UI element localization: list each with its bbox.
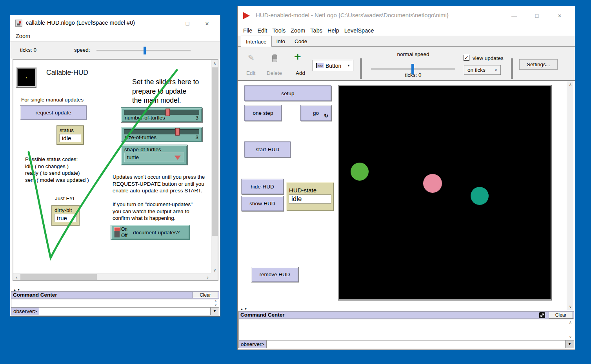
close-button[interactable]: × (548, 13, 571, 20)
tab-interface[interactable]: Interface (241, 36, 272, 47)
maximize-button[interactable]: □ (526, 13, 548, 20)
chooser-arrow-icon (175, 156, 181, 160)
minimize-button[interactable]: — (158, 20, 178, 27)
switch-off-label: Off (121, 232, 127, 239)
go-button[interactable]: go ↻ (300, 105, 331, 121)
manual-updates-note: For single manual updates (21, 97, 84, 103)
maximize-button[interactable]: □ (178, 20, 197, 27)
one-step-button[interactable]: one step (244, 105, 282, 121)
edit-button[interactable]: Edit (246, 70, 255, 76)
just-fyi-note: Just FYI (55, 196, 75, 201)
request-update-button[interactable]: request-update (20, 105, 87, 120)
add-button[interactable]: Add (296, 70, 305, 76)
scroll-up-icon[interactable]: ∧ (211, 60, 218, 67)
menu-help[interactable]: Help (327, 27, 339, 34)
scroll-up-icon[interactable]: ∧ (567, 81, 574, 88)
hide-hud-button[interactable]: hide-HUD (241, 179, 284, 194)
model-window-icon (15, 20, 22, 27)
main-speed-slider[interactable] (371, 68, 455, 70)
view-updates-label: view updates (473, 55, 504, 61)
document-updates-switch[interactable]: On Off document-updates? (111, 225, 190, 240)
scroll-right-icon[interactable]: › (204, 274, 211, 281)
dirty-bit-monitor: dirty-bit true (51, 205, 80, 226)
command-input[interactable] (266, 340, 565, 348)
remove-hud-button[interactable]: remove HUD (251, 267, 298, 282)
scroll-left-icon[interactable]: ‹ (13, 274, 20, 281)
window-title: HUD-enabled-model - NetLogo {C:\Users\wa… (256, 12, 449, 18)
view-updates-checkbox[interactable]: ✓ (464, 55, 469, 61)
widget-type-value: Button (326, 63, 341, 69)
main-vscrollbar[interactable]: ∧ ∨ (567, 81, 573, 310)
menu-zoom[interactable]: Zoom (291, 27, 305, 34)
main-ticks-counter: ticks: 0 (371, 72, 455, 78)
abc-widget-icon: abc (316, 63, 324, 68)
minimize-button[interactable]: — (503, 13, 526, 20)
output-scroll-up-icon[interactable]: ∧ (213, 299, 218, 303)
right-titlebar[interactable]: HUD-enabled-model - NetLogo {C:\Users\wa… (238, 6, 575, 25)
command-history-dropdown[interactable]: ▼ (210, 308, 219, 315)
resize-command-center-icon[interactable] (539, 312, 545, 318)
delete-button[interactable]: Delete (267, 70, 282, 76)
number-of-turtles-slider[interactable]: number-of-turtles 3 (121, 107, 202, 122)
close-button[interactable]: × (197, 20, 217, 27)
switch-handle[interactable] (114, 227, 120, 231)
interface-vscrollbar[interactable]: ∧ ∨ (211, 60, 218, 273)
switch-on-label: On (121, 226, 127, 232)
tab-info[interactable]: Info (272, 36, 290, 47)
command-history-dropdown[interactable]: ▼ (565, 340, 574, 348)
scroll-down-icon[interactable]: ∨ (211, 267, 218, 273)
chooser-dropdown[interactable]: turtle (124, 152, 184, 162)
tab-bar: Interface Info Code (238, 36, 575, 47)
update-mode-dropdown[interactable]: on ticks ∨ (464, 65, 501, 75)
output-scroll-down-icon[interactable]: ∨ (567, 335, 573, 339)
start-hud-button[interactable]: start-HUD (244, 141, 291, 158)
window-title: callable-HUD.nlogo (LevelSpace model #0) (26, 20, 135, 26)
tab-code[interactable]: Code (290, 36, 312, 47)
clear-button[interactable]: Clear (549, 312, 573, 319)
switch-label: document-updates? (133, 225, 180, 239)
show-hud-button[interactable]: show-HUD (241, 196, 284, 211)
slider-track[interactable] (124, 129, 199, 134)
settings-button[interactable]: Settings... (519, 59, 558, 70)
model-interface-panel: Callable-HUD For single manual updates r… (13, 59, 218, 281)
netlogo-main-window: HUD-enabled-model - NetLogo {C:\Users\wa… (237, 6, 575, 350)
setup-button[interactable]: setup (244, 85, 331, 101)
menu-tools[interactable]: Tools (272, 27, 285, 34)
clear-button[interactable]: Clear (193, 292, 218, 298)
document-updates-note: If you turn on "document-updates" you ca… (113, 201, 193, 222)
menu-tabs[interactable]: Tabs (310, 27, 322, 34)
menu-levelspace[interactable]: LevelSpace (344, 27, 374, 34)
interface-toolbar: ✎ Edit Delete + Add abc Button ▼ normal … (238, 47, 575, 81)
speed-slider-handle[interactable] (144, 47, 146, 54)
left-titlebar[interactable]: callable-HUD.nlogo (LevelSpace model #0)… (10, 15, 220, 31)
netlogo-logo-icon (243, 12, 250, 19)
size-of-turtles-slider[interactable]: size-of-turtles 3 (121, 127, 202, 142)
observer-prompt[interactable]: observer> (239, 340, 266, 348)
command-center-output[interactable]: ∧ ∨ (11, 299, 219, 307)
slider-track[interactable] (124, 110, 199, 115)
command-center-output[interactable]: ∧ ∨ (238, 319, 574, 340)
mini-world-view[interactable] (16, 67, 36, 88)
command-center-splitter[interactable]: ▲▼ (240, 308, 248, 310)
menu-file[interactable]: File (243, 27, 252, 34)
menu-edit[interactable]: Edit (257, 27, 267, 34)
sliders-note: Set the sliders here to prepare to updat… (132, 78, 199, 105)
hscroll-thumb[interactable] (20, 274, 97, 280)
hud-state-monitor: HUD-state idle (286, 182, 334, 211)
main-interface-panel: setup one step go ↻ start-HUD hide-HUD s… (238, 81, 575, 310)
command-input[interactable] (39, 308, 210, 315)
interface-hscrollbar[interactable]: ‹ › (13, 273, 211, 280)
scroll-down-icon[interactable]: ∨ (567, 303, 574, 310)
switch-toggle[interactable] (115, 227, 120, 237)
command-center-splitter[interactable]: ▲▼ (13, 288, 21, 291)
observer-prompt[interactable]: observer> (11, 308, 39, 315)
menu-zoom[interactable]: Zoom (16, 33, 30, 39)
widget-type-dropdown[interactable]: abc Button ▼ (313, 60, 353, 71)
output-scroll-up-icon[interactable]: ∧ (567, 320, 573, 324)
delete-eraser-icon (272, 54, 277, 62)
vscroll-thumb[interactable] (212, 67, 218, 236)
world-view[interactable] (338, 85, 551, 300)
shape-of-turtles-chooser[interactable]: shape-of-turtles turtle (121, 145, 187, 165)
output-scroll-down-icon[interactable]: ∨ (213, 303, 218, 307)
speed-slider[interactable] (96, 50, 191, 51)
